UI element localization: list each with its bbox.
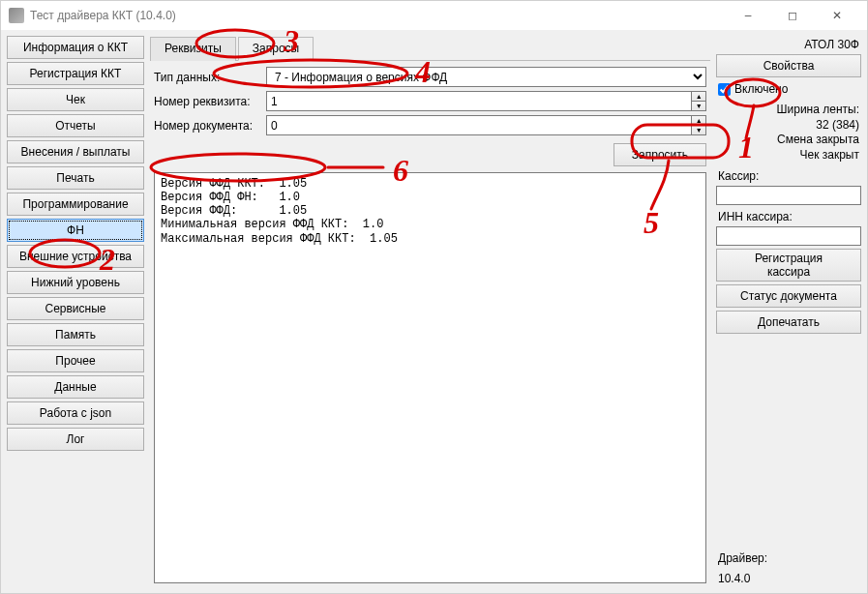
document-status-button[interactable]: Статус документа	[716, 284, 861, 308]
minimize-button[interactable]: –	[726, 1, 770, 30]
requisite-input[interactable]	[266, 91, 691, 111]
document-input[interactable]	[266, 115, 691, 135]
device-name: АТОЛ 30Ф	[716, 36, 861, 51]
nav-печать[interactable]: Печать	[7, 166, 144, 190]
register-cashier-button[interactable]: Регистрация кассира	[716, 249, 861, 282]
nav-фн[interactable]: ФН	[7, 219, 144, 242]
requisite-stepper[interactable]: ▲▼	[691, 91, 706, 111]
window-title: Тест драйвера ККТ (10.4.0)	[30, 9, 726, 22]
enabled-checkbox[interactable]	[718, 83, 731, 96]
inn-label: ИНН кассира:	[716, 208, 861, 223]
driver-version: 10.4.0	[716, 570, 861, 587]
request-button[interactable]: Запросить	[614, 143, 706, 166]
close-button[interactable]: ✕	[815, 1, 859, 30]
cheque-status: Чек закрыт	[718, 148, 859, 163]
nav-нижний-уровень[interactable]: Нижний уровень	[7, 271, 144, 294]
nav-внешние-устройства[interactable]: Внешние устройства	[7, 245, 144, 268]
maximize-button[interactable]: ◻	[770, 1, 815, 30]
requisite-label: Номер реквизита:	[154, 95, 260, 108]
nav-лог[interactable]: Лог	[7, 428, 144, 451]
type-label: Тип данных:	[154, 71, 260, 84]
tape-width-value: 32 (384)	[718, 118, 859, 134]
reprint-button[interactable]: Допечатать	[716, 311, 861, 334]
data-type-select[interactable]: 7 - Информация о версиях ФФД	[266, 67, 706, 87]
nav-информация-о-ккт[interactable]: Информация о ККТ	[7, 36, 144, 59]
right-panel: АТОЛ 30Ф Свойства Включено Ширина ленты:…	[716, 36, 861, 587]
titlebar: Тест драйвера ККТ (10.4.0) – ◻ ✕	[1, 1, 867, 30]
nav-сервисные[interactable]: Сервисные	[7, 297, 144, 320]
tab-bar: РеквизитыЗапросы	[150, 36, 710, 61]
nav-прочее[interactable]: Прочее	[7, 349, 144, 372]
enabled-label: Включено	[734, 82, 788, 96]
tab-запросы[interactable]: Запросы	[238, 37, 314, 61]
nav-данные[interactable]: Данные	[7, 375, 144, 399]
tape-width-label: Ширина ленты:	[718, 103, 859, 118]
nav-отчеты[interactable]: Отчеты	[7, 114, 144, 137]
properties-button[interactable]: Свойства	[716, 54, 861, 77]
nav-внесения-выплаты[interactable]: Внесения / выплаты	[7, 140, 144, 163]
nav-программирование[interactable]: Программирование	[7, 193, 144, 216]
log-output: Версия ФФД ККТ: 1.05 Версия ФФД ФН: 1.0 …	[154, 172, 706, 583]
nav-работа-с-json[interactable]: Работа с json	[7, 401, 144, 425]
inn-input[interactable]	[716, 226, 861, 246]
nav-регистрация-ккт[interactable]: Регистрация ККТ	[7, 62, 144, 85]
left-nav: Информация о ККТРегистрация ККТЧекОтчеты…	[7, 36, 144, 587]
app-icon	[9, 8, 24, 23]
tab-реквизиты[interactable]: Реквизиты	[150, 37, 236, 61]
nav-память[interactable]: Память	[7, 323, 144, 346]
driver-label: Драйвер:	[716, 549, 861, 567]
nav-чек[interactable]: Чек	[7, 88, 144, 111]
main-panel: РеквизитыЗапросы Тип данных: 7 - Информа…	[150, 36, 710, 587]
cashier-input[interactable]	[716, 186, 861, 205]
cashier-label: Кассир:	[716, 167, 861, 183]
document-label: Номер документа:	[154, 119, 260, 133]
document-stepper[interactable]: ▲▼	[691, 115, 706, 135]
shift-status: Смена закрыта	[718, 133, 859, 148]
